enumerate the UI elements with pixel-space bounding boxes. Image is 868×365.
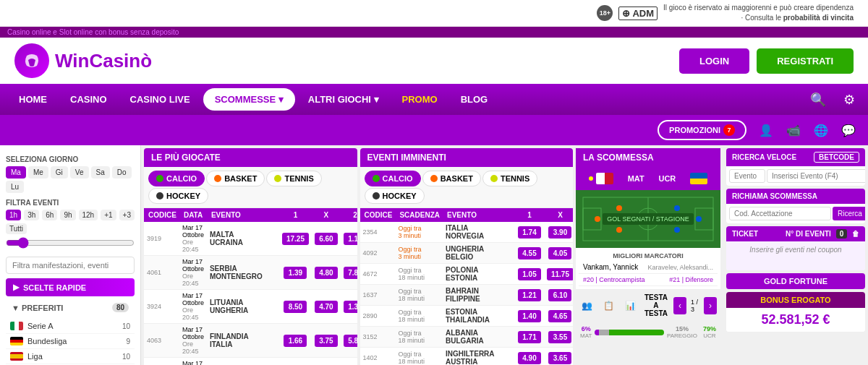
la-scommessa-title: LA SCOMMESSA <box>576 148 720 167</box>
league-serie-a[interactable]: Serie A 10 <box>6 319 135 334</box>
nav-casino-live[interactable]: CASINO LIVE <box>119 84 202 115</box>
odd-1[interactable]: 1.66 <box>284 335 307 347</box>
odd-2[interactable]: 5.80 <box>344 335 357 347</box>
day-btn-me[interactable]: Me <box>28 166 48 179</box>
tab-hockey-pg[interactable]: HOCKEY <box>148 188 208 204</box>
nav-casino[interactable]: CASINO <box>59 84 119 115</box>
tab-tennis-pg[interactable]: TENNIS <box>266 171 321 186</box>
piu-giocate-section: LE PIÙ GIOCATE CALCIO BASKET TENNIS HOCK… <box>144 148 357 365</box>
filter-6h[interactable]: 6h <box>42 210 57 220</box>
ricerca-veloce-title: RICERCA VELOCE BETCODE <box>726 148 865 166</box>
day-btn-sa[interactable]: Sa <box>91 166 110 179</box>
richiama-scommessa-title: RICHIAMA SCOMMESSA <box>726 189 865 204</box>
day-btn-ma[interactable]: Ma <box>6 166 26 179</box>
odd-1-ei[interactable]: 1.40 <box>518 310 541 322</box>
nav-home[interactable]: HOME <box>7 84 59 115</box>
nav-promo[interactable]: PROMO <box>391 84 449 115</box>
odd-1-ei[interactable]: 1.05 <box>518 268 541 280</box>
tab-hockey-ei[interactable]: HOCKEY <box>365 188 425 204</box>
odd-x[interactable]: 4.80 <box>315 267 338 279</box>
odd-1-ei[interactable]: 4.55 <box>518 247 541 259</box>
settings-icon[interactable]: ⚙ <box>838 86 861 113</box>
filter-plus1[interactable]: +1 <box>101 210 116 220</box>
testa-icon-1[interactable]: 👥 <box>579 297 595 314</box>
nav-altri-giochi[interactable]: ALTRI GIOCHI ▾ <box>297 84 391 115</box>
score-overlay: GOL SEGNATI / STAGIONE <box>576 190 720 248</box>
odd-1-ei[interactable]: 1.71 <box>518 331 541 343</box>
odd-1[interactable]: 1.39 <box>284 267 307 279</box>
filter-3h[interactable]: 3h <box>24 210 39 220</box>
globe-icon[interactable]: 🌐 <box>810 119 832 141</box>
day-btn-lu[interactable]: Lu <box>6 181 24 193</box>
age-badge: 18+ <box>597 5 613 21</box>
odd-x-ei[interactable]: 3.90 <box>548 226 571 239</box>
spain-flag <box>10 352 23 361</box>
tab-calcio-pg[interactable]: CALCIO <box>148 171 205 186</box>
filter-tutti[interactable]: Tutti <box>6 223 27 234</box>
filter-1h[interactable]: 1h <box>6 210 21 220</box>
odd-2[interactable]: 1.19 <box>344 233 357 245</box>
register-button[interactable]: REGISTRATI <box>757 48 854 74</box>
odd-x-ei[interactable]: 6.10 <box>548 289 571 301</box>
tab-basket-ei[interactable]: BASKET <box>422 171 481 186</box>
camera-icon[interactable]: 📹 <box>783 119 804 141</box>
promozioni-button[interactable]: PROMOZIONI 7 <box>658 120 746 140</box>
events-search-input[interactable] <box>6 257 135 274</box>
scelte-rapide-header[interactable]: ▶SCELTE RAPIDE <box>6 278 135 296</box>
tab-tennis-ei[interactable]: TENNIS <box>482 171 537 186</box>
next-btn[interactable]: › <box>704 297 717 314</box>
inserisci-evento-input[interactable] <box>767 169 865 183</box>
filter-9h[interactable]: 9h <box>60 210 75 220</box>
odd-x-ei[interactable]: 4.05 <box>548 247 571 259</box>
odd-x-ei[interactable]: 3.65 <box>548 352 571 364</box>
time-filter-row: 1h 3h 6h 9h 12h +1 +3 Tutti <box>6 210 135 234</box>
tab-basket-pg[interactable]: BASKET <box>206 171 265 186</box>
time-slider[interactable] <box>6 237 135 249</box>
odd-2[interactable]: 1.39 <box>344 301 357 313</box>
odd-2[interactable]: 7.80 <box>344 267 357 279</box>
odd-x-ei[interactable]: 3.55 <box>548 331 571 343</box>
user-icon[interactable]: 👤 <box>755 119 777 141</box>
nav-scommesse[interactable]: SCOMMESSE ▾ <box>203 88 295 111</box>
odd-1-ei[interactable]: 1.21 <box>518 289 541 301</box>
odd-1-ei[interactable]: 4.90 <box>518 352 541 364</box>
odd-x-ei[interactable]: 11.75 <box>547 268 573 280</box>
league-bundesliga[interactable]: Bundesliga 9 <box>6 334 135 349</box>
odd-x[interactable]: 4.70 <box>315 301 338 313</box>
filter-12h[interactable]: 12h <box>79 210 98 220</box>
logo: WinCasinò <box>14 43 152 78</box>
odd-x-ei[interactable]: 4.65 <box>548 310 571 322</box>
search-icon[interactable]: 🔍 <box>804 86 832 113</box>
day-btn-gi[interactable]: Gi <box>51 166 68 179</box>
odd-1[interactable]: 8.50 <box>284 301 307 313</box>
table-row: 4061 Mar 17 OttobreOre 20:45 SERBIAMONTE… <box>144 256 357 290</box>
odd-x[interactable]: 6.60 <box>315 233 338 245</box>
nav-blog[interactable]: BLOG <box>449 84 500 115</box>
chat-icon[interactable]: 💬 <box>838 119 859 141</box>
center-content: LE PIÙ GIOCATE CALCIO BASKET TENNIS HOCK… <box>141 145 723 365</box>
odd-1[interactable]: 17.25 <box>282 233 309 245</box>
testa-icon-3[interactable]: 📊 <box>623 297 639 314</box>
day-btn-do[interactable]: Do <box>112 166 132 179</box>
piu-giocate-sport-tabs: CALCIO BASKET TENNIS HOCKEY <box>144 167 357 208</box>
hockey-dot <box>156 192 163 199</box>
preferiti-header[interactable]: ▼ PREFERITI 80 <box>6 299 135 316</box>
evento-input[interactable] <box>729 169 765 183</box>
betcode-label[interactable]: BETCODE <box>814 152 859 163</box>
ticket-delete-icon[interactable]: 🗑 <box>852 230 859 238</box>
league-liga[interactable]: Liga 10 <box>6 349 135 364</box>
odd-1-ei[interactable]: 1.74 <box>518 226 541 239</box>
login-button[interactable]: LOGIN <box>679 48 749 74</box>
tab-calcio-ei[interactable]: CALCIO <box>365 171 421 186</box>
filter-plus3[interactable]: +3 <box>119 210 135 220</box>
testa-label: TESTA A TESTA <box>644 293 668 317</box>
table-row: 4062 Mar 17 OttobreOre 18:00 IRLANDA DE.… <box>144 358 357 366</box>
accettazione-input[interactable] <box>729 207 831 220</box>
richiama-search-btn[interactable]: Ricerca <box>833 207 865 220</box>
top-bar: 18+ ⊕ ADM Il gioco è riservato ai maggio… <box>0 0 868 27</box>
promo-strip: Casino online e Slot online con bonus se… <box>0 27 868 38</box>
odd-x[interactable]: 3.75 <box>315 335 338 347</box>
day-btn-ve[interactable]: Ve <box>70 166 89 179</box>
testa-icon-2[interactable]: 📋 <box>601 297 617 314</box>
prev-btn[interactable]: ‹ <box>673 297 686 314</box>
